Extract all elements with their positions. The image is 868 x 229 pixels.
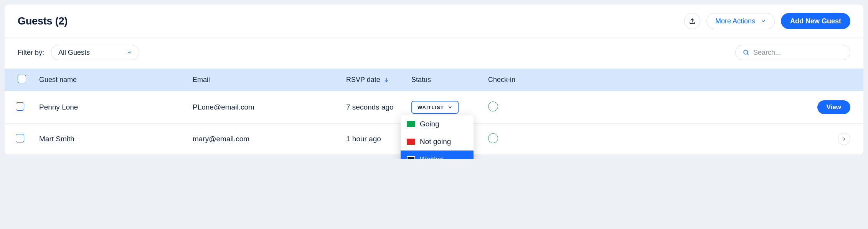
swatch-waitlist-icon	[407, 156, 415, 159]
guest-checkin-cell	[484, 91, 550, 124]
sort-down-icon	[384, 77, 389, 83]
status-option-label: Going	[420, 120, 439, 128]
chevron-down-icon	[448, 105, 452, 110]
filter-by-label: Filter by:	[18, 49, 44, 57]
col-checkin[interactable]: Check-in	[484, 69, 550, 91]
guest-actions-cell: View	[550, 91, 863, 124]
export-button[interactable]	[684, 13, 700, 29]
col-email[interactable]: Email	[189, 69, 342, 91]
status-dropdown[interactable]: WAITLIST	[411, 101, 459, 114]
swatch-going-icon	[407, 121, 415, 127]
header-actions: More Actions Add New Guest	[684, 13, 850, 29]
view-button[interactable]: View	[817, 100, 850, 114]
search-icon	[743, 49, 749, 56]
search-input[interactable]	[753, 49, 843, 57]
filter-left: Filter by: All Guests	[18, 45, 139, 60]
guest-actions-cell	[550, 124, 863, 155]
col-actions	[550, 69, 863, 91]
guest-name-cell: Penny Lone	[35, 91, 189, 124]
guest-rsvp-cell: 7 seconds ago	[342, 91, 408, 124]
col-rsvp-label: RSVP date	[346, 76, 380, 83]
col-rsvp-date[interactable]: RSVP date	[342, 69, 408, 91]
status-option-not-going[interactable]: Not going	[401, 133, 474, 150]
guest-email-cell: mary@email.com	[189, 124, 342, 155]
svg-point-1	[744, 50, 748, 54]
more-actions-label: More Actions	[715, 17, 755, 25]
status-option-waitlist[interactable]: Waitlist	[401, 150, 474, 159]
panel-header: Guests (2) More Actions Add New Guest	[5, 5, 863, 38]
checkin-toggle[interactable]	[488, 133, 498, 143]
status-option-label: Waitlist	[420, 155, 443, 159]
status-label: WAITLIST	[417, 105, 444, 110]
filter-selected: All Guests	[58, 49, 90, 57]
col-select-all	[5, 69, 35, 91]
checkin-toggle[interactable]	[488, 101, 498, 111]
row-checkbox[interactable]	[16, 134, 24, 142]
guests-panel: Guests (2) More Actions Add New Guest	[5, 5, 863, 155]
guest-name-cell: Mart Smith	[35, 124, 189, 155]
chevron-down-icon	[761, 18, 766, 24]
filter-dropdown[interactable]: All Guests	[51, 45, 139, 60]
add-guest-button[interactable]: Add New Guest	[781, 13, 850, 29]
search-box[interactable]	[735, 45, 850, 60]
status-option-going[interactable]: Going	[401, 115, 474, 133]
col-guest-name[interactable]: Guest name	[35, 69, 189, 91]
chevron-right-icon	[842, 137, 847, 141]
swatch-not-going-icon	[407, 139, 415, 145]
guest-email-cell: PLone@email.com	[189, 91, 342, 124]
row-expand-button[interactable]	[838, 133, 850, 145]
guest-checkin-cell	[484, 124, 550, 155]
table-header-row: Guest name Email RSVP date Status Check-…	[5, 69, 863, 91]
filter-row: Filter by: All Guests	[5, 38, 863, 69]
upload-icon	[689, 18, 696, 25]
status-menu: Going Not going Waitlist	[401, 115, 474, 159]
col-status[interactable]: Status	[408, 69, 484, 91]
status-option-label: Not going	[420, 137, 451, 146]
chevron-down-icon	[127, 50, 132, 55]
page-title: Guests (2)	[18, 15, 68, 27]
guest-rsvp-cell: 1 hour ago	[342, 124, 408, 155]
row-checkbox[interactable]	[16, 102, 24, 111]
svg-line-2	[747, 54, 748, 55]
more-actions-button[interactable]: More Actions	[706, 13, 775, 29]
select-all-checkbox[interactable]	[18, 75, 26, 83]
